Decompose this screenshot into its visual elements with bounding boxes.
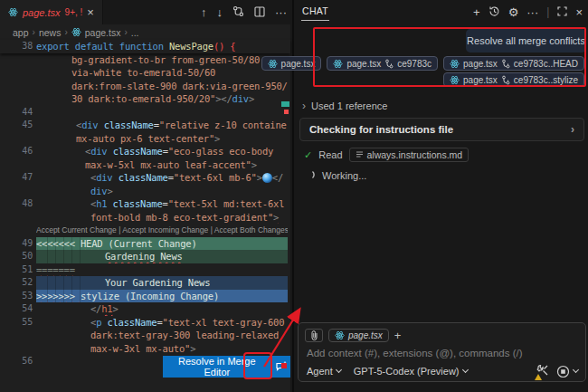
code-line-content: dark:text-gray-300 leading-relaxed <box>36 329 288 342</box>
git-compare-icon <box>384 59 394 69</box>
breadcrumb-item[interactable]: ... <box>131 27 139 38</box>
code-line-content: >>>>>>> stylize (Incoming Change) <box>36 290 288 303</box>
previous-change-icon[interactable]: ↑ <box>201 6 207 18</box>
check-icon: ✓ <box>304 149 312 161</box>
read-file-row: ✓ Read always.instructions.md <box>304 148 469 162</box>
new-chat-icon[interactable]: + <box>473 6 480 18</box>
mode-dropdown[interactable]: Agent <box>307 366 341 377</box>
history-icon[interactable] <box>488 5 500 19</box>
line-number: 47 <box>0 171 33 185</box>
paperclip-icon[interactable] <box>305 329 323 342</box>
codelens-link[interactable]: Accept Incoming Change <box>122 225 208 234</box>
react-icon <box>450 75 460 85</box>
react-icon <box>268 59 278 69</box>
chat-input-placeholder[interactable]: Add context (#), extensions (@), command… <box>307 348 523 359</box>
more-actions-icon[interactable]: ··· <box>275 6 287 18</box>
code-line-content: <div className="relative z-10 container <box>36 119 288 132</box>
gear-icon[interactable]: ⚙ <box>508 6 519 18</box>
read-file-pill[interactable]: always.instructions.md <box>349 148 469 162</box>
breadcrumb-item[interactable]: page.tsx <box>85 27 121 38</box>
tools-icon[interactable] <box>536 364 549 378</box>
code-line: 51======= <box>0 263 290 277</box>
react-icon <box>335 330 345 340</box>
code-line: via-white to-emerald-50/60 <box>0 66 290 80</box>
code-line: dark:from-slate-900 dark:via-green-950/ <box>0 80 290 93</box>
resolve-in-merge-editor-button[interactable]: Resolve in Merge Editor <box>163 356 271 378</box>
react-icon <box>8 7 18 17</box>
code-line-content: ======= <box>36 263 288 277</box>
tool-call-box[interactable]: Checking for instructions file › <box>299 118 584 141</box>
react-icon <box>450 59 460 69</box>
code-line-content: Your Gardening News <box>36 276 288 290</box>
chat-panel: CHAT + ⚙ ··· | × Resolve all merge confl… <box>292 0 588 392</box>
code-line-content: bg-gradient-to-br from-green-50/80 <box>36 53 288 67</box>
chevron-right-icon: › <box>302 100 306 112</box>
tab-error-badge: 9+, ! <box>65 7 83 17</box>
attachment-git-ref: ce9783c..stylize <box>514 75 578 85</box>
attachment-chip[interactable]: page.tsx <box>261 56 322 71</box>
chat-input-box[interactable]: page.tsx + Add context (#), extensions (… <box>298 322 586 382</box>
attachment-chip[interactable]: page.tsxce9783c <box>327 56 438 71</box>
attachment-file-name: page.tsx <box>346 59 381 69</box>
attachment-git-ref: ce9783c <box>397 59 432 69</box>
code-line-content: export default function NewsPage() { <box>36 40 288 53</box>
code-line-content: dark:from-slate-900 dark:via-green-950/ <box>36 80 288 93</box>
attachment-file-name: page.tsx <box>463 75 498 85</box>
codelens-row: Accept Current Change | Accept Incoming … <box>0 224 290 237</box>
code-line: 44 <box>0 106 290 120</box>
line-number: 55 <box>0 316 33 330</box>
model-dropdown[interactable]: GPT-5-Codex (Preview) <box>354 366 468 377</box>
code-line-content: Accept Current Change | Accept Incoming … <box>36 224 288 237</box>
code-line: 50Gardening News <box>0 250 290 263</box>
attachment-chip[interactable]: page.tsxce9783c..stylize <box>443 72 584 87</box>
ruler-modified-mark <box>281 101 289 107</box>
code-area[interactable]: 38export default function NewsPage() {bg… <box>0 40 290 392</box>
code-line-content: div> <box>36 185 288 198</box>
code-line: 54</h1> <box>0 302 290 316</box>
code-line: 47<div className="text-6xl mb-6"></ <box>0 171 290 185</box>
breadcrumb-item[interactable]: news <box>39 27 62 38</box>
code-line: max-w-3xl mx-auto"> <box>0 342 290 356</box>
react-icon <box>333 59 343 69</box>
attachment-git-ref: ce9783c..HEAD <box>514 59 578 69</box>
close-icon[interactable]: × <box>575 6 583 18</box>
git-compare-icon[interactable] <box>232 5 244 19</box>
split-editor-icon[interactable] <box>254 6 265 19</box>
input-context-chip[interactable]: page.tsx <box>328 329 389 342</box>
chevron-right-icon: › <box>33 27 35 37</box>
editor-actions: ↑ ↓ ··· <box>201 0 287 24</box>
line-number: 52 <box>0 276 33 290</box>
codelens-link[interactable]: Accept Both Changes <box>214 225 288 234</box>
tab-label: page.tsx <box>23 7 61 18</box>
code-line-content: </h1> <box>36 302 288 316</box>
code-line-content: max-w-5xl mx-auto leaf-accent"> <box>36 158 288 172</box>
more-icon[interactable]: ··· <box>526 6 538 18</box>
tab-page-tsx[interactable]: page.tsx 9+, ! × <box>0 0 103 24</box>
stop-button[interactable] <box>556 365 578 378</box>
add-context-button[interactable]: + <box>394 329 402 342</box>
read-status-label: Read <box>318 149 342 160</box>
code-line-content: <h1 className="text-5xl md:text-6xl <box>36 197 288 211</box>
used-references-label: Used 1 reference <box>311 100 387 111</box>
line-number: 38 <box>0 40 33 53</box>
breadcrumb-item[interactable]: app <box>13 27 29 38</box>
breadcrumb[interactable]: app › news › page.tsx › ... <box>0 24 290 40</box>
input-chip-label: page.tsx <box>348 330 383 340</box>
line-number: 51 <box>0 263 33 277</box>
maximize-icon[interactable] <box>557 6 567 18</box>
line-number: 48 <box>0 197 33 211</box>
chevron-right-icon: › <box>124 27 127 37</box>
attachment-chip[interactable]: page.tsxce9783c..HEAD <box>443 56 584 71</box>
next-change-icon[interactable]: ↓ <box>217 6 223 18</box>
codelens-link[interactable]: Accept Current Change <box>36 225 117 234</box>
tab-chat[interactable]: CHAT <box>301 3 329 21</box>
attachment-chips-row: page.tsxpage.tsxce9783cpage.tsxce9783c..… <box>261 56 584 71</box>
code-line: 55<p className="text-xl text-gray-600 <box>0 316 290 330</box>
code-line-content: <div className="eco-glass eco-body <box>36 145 288 158</box>
chat-header: CHAT + ⚙ ··· | × <box>294 0 588 24</box>
used-references-toggle[interactable]: › Used 1 reference <box>302 100 387 112</box>
close-icon[interactable]: × <box>87 6 94 18</box>
code-line-content: mx-auto px-6 text-center"> <box>36 132 288 146</box>
react-icon <box>71 27 81 37</box>
globe-emoji <box>262 173 272 183</box>
